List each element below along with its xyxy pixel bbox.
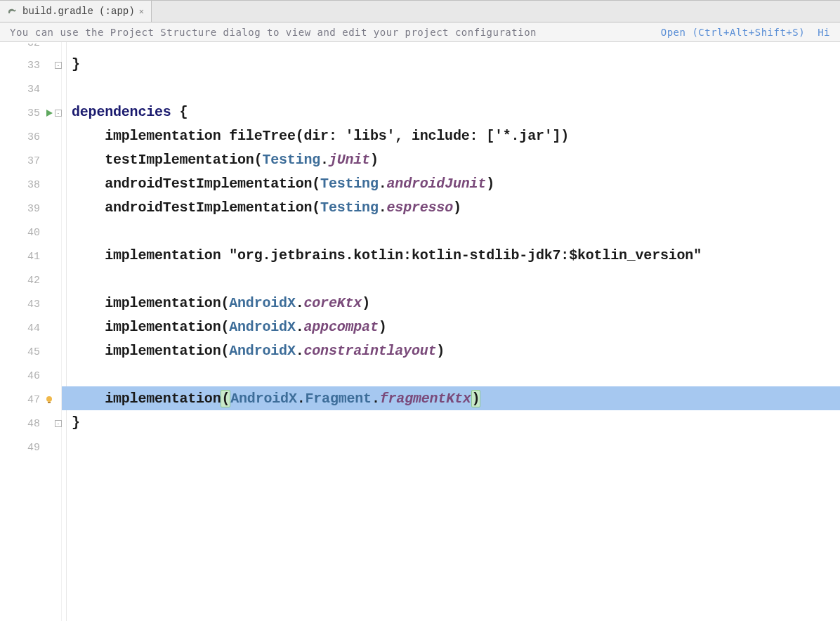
code-token: coreKtx [304,295,362,311]
editor[interactable]: 3233-3435-36373839404142434445464748-49 … [0,42,840,621]
gutter-row: 42 [0,268,61,292]
code-token: . [379,200,387,216]
code-line[interactable]: dependencies { [62,100,840,124]
line-number: 46 [20,370,40,382]
code-line[interactable]: androidTestImplementation(Testing.espres… [62,195,840,219]
line-number: 38 [20,179,40,191]
code-token: . [379,176,387,192]
code-line[interactable] [62,219,840,243]
code-token: espresso [387,200,453,216]
code-token [72,391,105,407]
code-token: ) [436,343,445,359]
line-number: 33 [20,60,40,72]
fold-open-icon[interactable]: - [55,110,62,117]
code-token: Testing [262,152,320,168]
gutter-row: 36 [0,125,61,149]
code-token: implementation [105,391,221,407]
close-icon[interactable]: ✕ [139,6,144,17]
code-token [72,319,105,335]
code-line[interactable] [62,76,840,100]
code-token [72,152,105,168]
code-token: ]) [553,128,570,144]
gutter-row: 45 [0,340,61,364]
line-number: 47 [20,394,40,406]
line-number: 45 [20,346,40,358]
hide-link[interactable]: Hi [818,27,830,38]
code-area[interactable]: }dependencies { implementation fileTree(… [62,42,840,621]
code-token [221,128,229,144]
code-token: ) [453,200,461,216]
open-project-structure-link[interactable]: Open (Ctrl+Alt+Shift+S) [661,27,805,38]
gutter-row: 48- [0,412,61,436]
fold-close-icon[interactable]: - [55,62,62,69]
line-number: 40 [20,227,40,239]
gutter-row: 47 [0,388,61,412]
svg-point-0 [46,396,52,402]
code-token: AndroidX [229,295,295,311]
code-token: jUnit [329,152,370,168]
code-token: ) [362,295,370,311]
code-token: ( [221,295,229,311]
gutter-row: 32 [0,44,61,53]
notice-text: You can use the Project Structure dialog… [10,27,537,38]
intention-bulb-icon[interactable] [44,396,54,404]
code-token [72,200,105,216]
code-token: dependencies [72,104,171,120]
code-token [171,104,180,120]
code-line[interactable] [62,434,840,458]
gutter-row: 46 [0,364,61,388]
line-number: 44 [20,322,40,334]
code-token: ) [486,176,494,192]
code-line[interactable]: implementation(AndroidX.coreKtx) [62,291,840,315]
gutter-row: 37 [0,149,61,173]
line-number: 36 [20,131,40,143]
gutter: 3233-3435-36373839404142434445464748-49 [0,42,62,621]
code-line[interactable] [62,267,840,291]
code-token: fileTree [229,128,295,144]
code-line[interactable]: } [62,410,840,434]
code-token: '*.jar' [494,128,553,144]
code-line[interactable] [62,42,840,52]
fold-close-icon[interactable]: - [55,420,62,427]
line-number: 39 [20,203,40,215]
code-line[interactable]: implementation fileTree(dir: 'libs', inc… [62,124,840,148]
gutter-row: 38 [0,173,61,197]
code-token: AndroidX [229,343,295,359]
code-token: implementation [105,247,221,263]
code-line[interactable] [62,362,840,386]
code-token: } [72,56,80,72]
code-line[interactable]: implementation(AndroidX.Fragment.fragmen… [62,386,840,410]
gutter-row: 34 [0,77,61,101]
code-line[interactable]: testImplementation(Testing.jUnit) [62,148,840,171]
code-line[interactable]: androidTestImplementation(Testing.androi… [62,171,840,195]
code-token: ( [221,390,230,407]
code-token: . [320,152,329,168]
code-line[interactable]: implementation "org.jetbrains.kotlin:kot… [62,243,840,267]
line-number: 49 [20,442,40,454]
code-token: ( [312,176,320,192]
tab-bar: build.gradle (:app) ✕ [0,0,840,22]
code-token: androidJunit [387,176,487,192]
code-token [72,295,105,311]
code-token: ) [471,390,481,407]
gutter-row: 35- [0,101,61,125]
code-line[interactable]: } [62,52,840,76]
gutter-row: 40 [0,221,61,244]
code-token: ( [221,319,229,335]
line-number: 35 [20,107,40,119]
gutter-row: 39 [0,197,61,221]
line-number: 42 [20,275,40,287]
run-icon[interactable] [44,109,54,117]
code-token: fragmentKtx [380,391,471,407]
code-token: androidTestImplementation [105,176,312,192]
code-token [221,247,229,263]
code-line[interactable]: implementation(AndroidX.constraintlayout… [62,339,840,362]
file-tab[interactable]: build.gradle (:app) ✕ [0,1,152,22]
notice-bar: You can use the Project Structure dialog… [0,22,840,42]
code-token: . [297,391,306,407]
code-token [72,247,105,263]
code-token: implementation [105,295,221,311]
code-line[interactable]: implementation(AndroidX.appcompat) [62,315,840,339]
gradle-icon [7,6,18,17]
code-token [72,343,105,359]
